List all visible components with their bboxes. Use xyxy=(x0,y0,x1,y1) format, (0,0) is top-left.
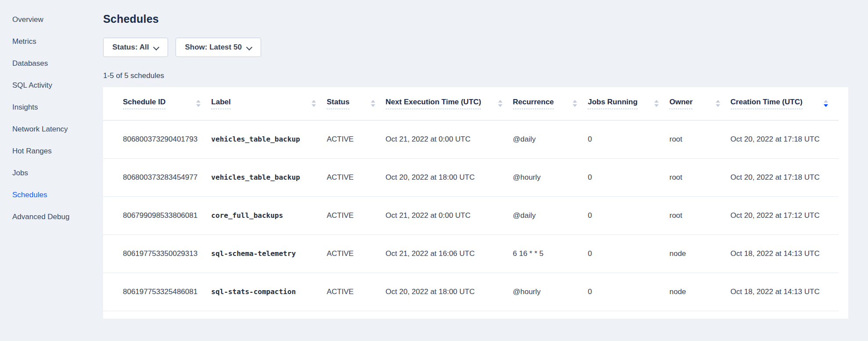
sidebar-item-databases[interactable]: Databases xyxy=(12,53,103,75)
schedule-id-cell[interactable]: 806800373283454977 xyxy=(103,158,211,196)
chevron-down-icon xyxy=(154,44,159,49)
sidebar-item-schedules[interactable]: Schedules xyxy=(12,184,103,206)
recurrence-cell: @daily xyxy=(513,120,588,158)
schedules-table: Schedule ID Label Status Next Execution … xyxy=(103,87,839,311)
sort-arrows-icon xyxy=(312,100,316,107)
column-label: Recurrence xyxy=(513,98,554,109)
show-filter-dropdown[interactable]: Show: Latest 50 xyxy=(176,38,261,57)
sort-arrows-icon xyxy=(498,100,502,107)
status-cell: ACTIVE xyxy=(326,158,385,196)
schedules-table-card: Schedule ID Label Status Next Execution … xyxy=(103,87,848,319)
show-filter-label: Show: Latest 50 xyxy=(185,43,241,52)
owner-cell: node xyxy=(669,273,730,311)
creation-time-cell: Oct 18, 2022 at 14:13 UTC xyxy=(731,234,839,273)
table-header-row: Schedule ID Label Status Next Execution … xyxy=(103,87,839,120)
sort-arrows-icon xyxy=(654,100,659,107)
schedule-label-cell: core_full_backups xyxy=(211,196,326,234)
next-execution-cell: Oct 21, 2022 at 0:00 UTC xyxy=(386,120,513,158)
owner-cell: root xyxy=(669,196,730,234)
main-content: Schedules Status: All Show: Latest 50 1-… xyxy=(103,0,848,319)
schedule-label-cell: sql-schema-telemetry xyxy=(211,234,326,273)
owner-cell: root xyxy=(669,120,730,158)
filter-bar: Status: All Show: Latest 50 xyxy=(103,38,848,57)
jobs-running-cell: 0 xyxy=(588,120,669,158)
sidebar-item-sql-activity[interactable]: SQL Activity xyxy=(12,75,103,96)
sort-arrows-icon xyxy=(824,100,828,107)
creation-time-cell: Oct 18, 2022 at 14:13 UTC xyxy=(731,273,839,311)
column-label: Status xyxy=(326,98,349,109)
status-cell: ACTIVE xyxy=(326,234,385,273)
owner-cell: node xyxy=(669,234,730,273)
status-cell: ACTIVE xyxy=(326,120,385,158)
schedule-id-cell[interactable]: 806197753350029313 xyxy=(103,234,211,273)
column-header-jobs-running[interactable]: Jobs Running xyxy=(588,87,669,120)
recurrence-cell: @hourly xyxy=(513,273,588,311)
column-label: Owner xyxy=(669,98,692,109)
table-row: 806197753350029313 sql-schema-telemetry … xyxy=(103,234,839,273)
sidebar-item-metrics[interactable]: Metrics xyxy=(12,31,103,53)
recurrence-cell: @daily xyxy=(513,196,588,234)
schedule-label-cell: vehicles_table_backup xyxy=(211,120,326,158)
sort-arrows-icon xyxy=(371,100,375,107)
creation-time-cell: Oct 20, 2022 at 17:12 UTC xyxy=(731,196,839,234)
sort-arrows-icon xyxy=(573,100,577,107)
next-execution-cell: Oct 21, 2022 at 16:06 UTC xyxy=(386,234,513,273)
column-label: Creation Time (UTC) xyxy=(731,98,803,109)
schedule-id-cell[interactable]: 806800373290401793 xyxy=(103,120,211,158)
schedule-label-cell: vehicles_table_backup xyxy=(211,158,326,196)
next-execution-cell: Oct 21, 2022 at 0:00 UTC xyxy=(386,196,513,234)
chevron-down-icon xyxy=(247,44,252,49)
column-header-schedule-id[interactable]: Schedule ID xyxy=(103,87,211,120)
jobs-running-cell: 0 xyxy=(588,234,669,273)
sidebar-item-network-latency[interactable]: Network Latency xyxy=(12,118,103,140)
sidebar-item-jobs[interactable]: Jobs xyxy=(12,162,103,184)
column-header-next-execution-time[interactable]: Next Execution Time (UTC) xyxy=(386,87,513,120)
owner-cell: root xyxy=(669,158,730,196)
jobs-running-cell: 0 xyxy=(588,196,669,234)
column-header-owner[interactable]: Owner xyxy=(669,87,730,120)
column-header-creation-time[interactable]: Creation Time (UTC) xyxy=(731,87,839,120)
sidebar: Overview Metrics Databases SQL Activity … xyxy=(0,0,103,228)
recurrence-cell: @hourly xyxy=(513,158,588,196)
next-execution-cell: Oct 20, 2022 at 18:00 UTC xyxy=(386,158,513,196)
recurrence-cell: 6 16 * * 5 xyxy=(513,234,588,273)
schedule-label-cell: sql-stats-compaction xyxy=(211,273,326,311)
status-filter-label: Status: All xyxy=(112,43,149,52)
schedule-id-cell[interactable]: 806799098533806081 xyxy=(103,196,211,234)
sort-arrows-icon xyxy=(196,100,201,107)
table-row: 806800373290401793 vehicles_table_backup… xyxy=(103,120,839,158)
column-label: Jobs Running xyxy=(588,98,637,109)
sidebar-item-hot-ranges[interactable]: Hot Ranges xyxy=(12,140,103,162)
sidebar-item-insights[interactable]: Insights xyxy=(12,96,103,118)
sidebar-item-advanced-debug[interactable]: Advanced Debug xyxy=(12,206,103,228)
column-header-status[interactable]: Status xyxy=(326,87,385,120)
column-header-recurrence[interactable]: Recurrence xyxy=(513,87,588,120)
column-header-label[interactable]: Label xyxy=(211,87,326,120)
creation-time-cell: Oct 20, 2022 at 17:18 UTC xyxy=(731,158,839,196)
next-execution-cell: Oct 20, 2022 at 18:00 UTC xyxy=(386,273,513,311)
table-row: 806799098533806081 core_full_backups ACT… xyxy=(103,196,839,234)
column-label: Schedule ID xyxy=(123,98,165,109)
jobs-running-cell: 0 xyxy=(588,273,669,311)
column-label: Next Execution Time (UTC) xyxy=(386,98,481,109)
table-row: 806197753325486081 sql-stats-compaction … xyxy=(103,273,839,311)
status-cell: ACTIVE xyxy=(326,196,385,234)
column-label: Label xyxy=(211,98,230,109)
status-filter-dropdown[interactable]: Status: All xyxy=(103,38,168,57)
page-title: Schedules xyxy=(103,12,848,25)
sidebar-item-overview[interactable]: Overview xyxy=(12,9,103,31)
creation-time-cell: Oct 20, 2022 at 17:18 UTC xyxy=(731,120,839,158)
table-row: 806800373283454977 vehicles_table_backup… xyxy=(103,158,839,196)
sort-arrows-icon xyxy=(716,100,720,107)
results-count: 1-5 of 5 schedules xyxy=(103,71,848,80)
status-cell: ACTIVE xyxy=(326,273,385,311)
jobs-running-cell: 0 xyxy=(588,158,669,196)
schedule-id-cell[interactable]: 806197753325486081 xyxy=(103,273,211,311)
